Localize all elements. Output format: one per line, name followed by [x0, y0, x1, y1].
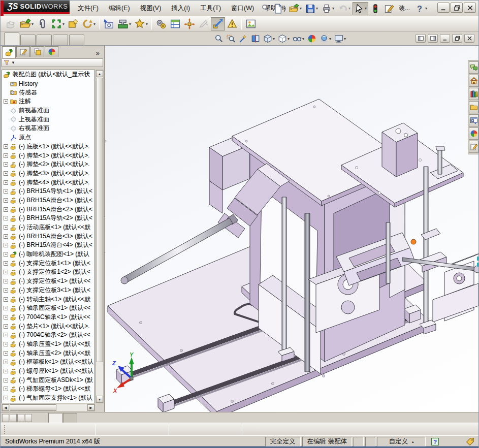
tree-item[interactable]: + 上视基准面 [2, 115, 94, 124]
tree-item[interactable]: + (-) 咖啡机装配图<1> (默认 [2, 250, 94, 259]
new-document-button[interactable]: ▾ [271, 2, 287, 15]
snap-angle-tri-button[interactable] [199, 424, 212, 434]
expand-toggle[interactable]: + [4, 288, 8, 293]
expand-toggle[interactable]: + [4, 306, 8, 310]
expand-toggle[interactable]: + [4, 225, 8, 230]
tab-office-products[interactable] [69, 35, 84, 45]
tree-item[interactable]: + (-) BRH15A导轨<1> (默认< [2, 187, 94, 196]
tree-item[interactable]: + (-) 脚垫<2> (默认<<默认>. [2, 160, 94, 169]
file-explorer-tab[interactable] [469, 101, 478, 113]
tree-item[interactable]: + (-) 支撑定位板1<2> (默认< [2, 268, 94, 277]
minimize-button[interactable] [437, 3, 450, 13]
scroll-left-button[interactable]: ◀ [2, 404, 9, 411]
tree-filter[interactable]: ▼ [2, 58, 103, 67]
tree-item[interactable]: + History [2, 79, 94, 88]
bill-of-materials-button[interactable] [168, 17, 182, 30]
menu-item[interactable]: 编辑(E) [104, 3, 135, 14]
tree-root-item[interactable]: 装配总图 (默认<默认_显示状 [2, 70, 94, 79]
doc-restore-button[interactable] [452, 34, 462, 43]
dropdown-caret[interactable]: ▾ [273, 37, 275, 41]
select-button[interactable]: ▾ [353, 2, 368, 15]
dropdown-caret[interactable]: ▾ [62, 22, 65, 26]
tree-item[interactable]: + (-) 7004C轴承<1> (默认<< [2, 313, 94, 322]
dropdown-caret[interactable]: ▾ [302, 37, 304, 41]
explode-line-sketch-button[interactable] [197, 17, 211, 30]
tree-item[interactable]: + A 注解 [2, 97, 94, 106]
snap-settings-button[interactable] [226, 424, 240, 434]
menu-item[interactable]: 工具(T) [195, 3, 226, 14]
motion-study-tab[interactable] [63, 413, 77, 423]
move-component-button[interactable]: ▾ [80, 17, 97, 30]
tree-item[interactable]: + (-) 支撑定位板3<1> (默认< [2, 286, 94, 295]
large-assembly-mode-button[interactable] [225, 17, 239, 30]
snap-angle-button[interactable] [80, 424, 93, 434]
open-button[interactable]: ▾ [288, 2, 303, 15]
dropdown-caret[interactable]: ▾ [344, 37, 346, 41]
edit-component-button[interactable] [4, 17, 18, 30]
configurationmanager-tab[interactable] [30, 46, 44, 57]
tree-item[interactable]: + 原点 [2, 133, 94, 142]
view-settings-button[interactable]: ▾ [333, 33, 347, 44]
menu-item[interactable]: 窗口(W) [226, 3, 259, 14]
propertymanager-tab[interactable] [16, 46, 30, 57]
apply-scene-button[interactable]: ▾ [318, 33, 333, 44]
scroll-thumb[interactable] [96, 78, 103, 362]
dropdown-caret[interactable]: ▾ [300, 6, 302, 11]
tree-item[interactable]: + (-) 轴承固定板<1> (默认<< [2, 304, 94, 313]
search-icon[interactable] [261, 4, 270, 13]
home-tab[interactable] [469, 75, 478, 87]
snap-intersection-button[interactable] [66, 424, 80, 434]
close-button[interactable] [464, 3, 476, 13]
expand-toggle[interactable]: + [4, 252, 8, 257]
smart-fasteners-button[interactable] [66, 17, 80, 30]
design-library-tab[interactable] [469, 88, 478, 100]
grid-settings-button[interactable] [212, 424, 226, 434]
dropdown-caret[interactable]: ▾ [129, 22, 131, 26]
tab-sketch[interactable] [37, 35, 52, 45]
expand-toggle[interactable]: + [4, 207, 8, 212]
scroll-right-button[interactable]: ▶ [87, 404, 94, 411]
expand-toggle[interactable]: + [4, 180, 8, 185]
expand-toggle[interactable]: + [4, 99, 8, 104]
tree-item[interactable]: + (-) 梯形螺母<1> (默认<<默 [2, 385, 94, 394]
snap-points-button[interactable] [153, 424, 167, 434]
first-tab-button[interactable] [2, 414, 9, 422]
tree-item[interactable]: + (-) 转动主轴<1> (默认<<默 [2, 295, 94, 304]
expand-toggle[interactable]: + [4, 153, 8, 158]
dropdown-caret[interactable]: ▾ [93, 22, 95, 26]
snap-grid-button[interactable] [185, 424, 199, 434]
instant3d-button[interactable] [211, 17, 225, 30]
expand-toggle[interactable]: + [4, 234, 8, 239]
doc-minimize-button[interactable] [440, 34, 450, 43]
graphics-viewport[interactable]: Y Z X [105, 46, 479, 412]
expand-toggle[interactable]: + [4, 342, 8, 346]
expand-toggle[interactable]: + [4, 279, 8, 283]
expand-toggle[interactable]: + [4, 171, 8, 176]
last-tab-button[interactable] [25, 414, 32, 422]
help-badge-icon[interactable]: ? [431, 437, 439, 446]
expand-toggle[interactable]: + [4, 369, 8, 373]
insert-component-button[interactable]: ▾ [18, 17, 35, 30]
expand-toggle[interactable]: + [4, 243, 8, 247]
tree-item[interactable]: + (-) BRH15A导轨<2> (默认< [2, 214, 94, 223]
tree-item[interactable]: + (-) 螺母座k<1> (默认<<默认 [2, 367, 94, 376]
reference-geometry-button[interactable]: ▾ [133, 17, 149, 30]
zoom-fit-button[interactable] [213, 33, 225, 44]
dropdown-caret[interactable]: ▾ [283, 6, 285, 11]
expand-toggle[interactable]: + [4, 297, 8, 302]
tree-horizontal-scrollbar[interactable]: ◀ ▶ [2, 404, 95, 411]
snap-length-button[interactable] [171, 424, 185, 434]
tree-item[interactable]: + 前视基准面 [2, 106, 94, 115]
save-button[interactable]: ▾ [304, 2, 320, 15]
tree-item[interactable]: + (-) BRH15A滑台<4> (默认< [2, 241, 94, 250]
expand-toggle[interactable]: + [4, 189, 8, 194]
tree-item[interactable]: + (-) BRH15A滑台<1> (默认< [2, 196, 94, 205]
unit-system-selector[interactable]: 自定义 ▴ [377, 437, 426, 446]
motion-study-button[interactable] [154, 17, 168, 30]
filter-wand-button[interactable] [237, 33, 249, 44]
edit-appearance-button[interactable] [306, 33, 318, 44]
doc-close-button[interactable] [464, 34, 474, 43]
tree-item[interactable]: + (-) 轴承压盖<1> (默认<<默 [2, 340, 94, 349]
snap-parallel-button[interactable] [125, 424, 139, 434]
snap-point-button[interactable] [11, 424, 25, 434]
